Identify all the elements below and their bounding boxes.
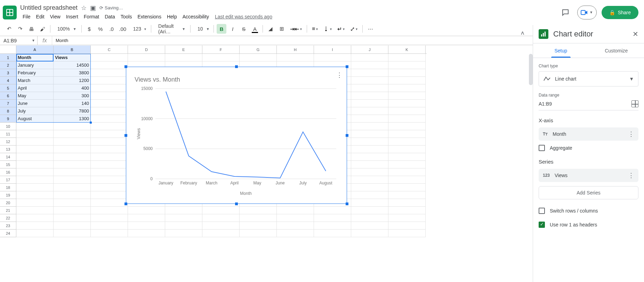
cell[interactable] (91, 146, 128, 153)
cell[interactable] (91, 161, 128, 168)
cell[interactable] (240, 214, 277, 222)
menu-help[interactable]: Help (164, 13, 179, 21)
font-size-dropdown[interactable]: 10▼ (193, 26, 211, 32)
cell[interactable] (388, 84, 426, 92)
cell[interactable] (388, 61, 426, 69)
row-header[interactable]: 4 (0, 77, 16, 84)
cell[interactable] (16, 146, 54, 153)
row-header[interactable]: 6 (0, 92, 16, 100)
cell[interactable] (277, 54, 314, 61)
cell[interactable] (54, 222, 91, 230)
row-header[interactable]: 7 (0, 100, 16, 107)
cell[interactable] (91, 107, 128, 115)
cell[interactable] (351, 191, 388, 199)
row-header[interactable]: 17 (0, 176, 16, 184)
undo-button[interactable]: ↶ (4, 24, 14, 34)
row-header[interactable]: 23 (0, 222, 16, 230)
cell[interactable] (91, 77, 128, 84)
cell[interactable]: January (16, 61, 54, 69)
cell[interactable] (388, 176, 426, 184)
cell[interactable] (54, 199, 91, 207)
cell[interactable] (388, 184, 426, 191)
cell[interactable]: June (16, 100, 54, 107)
cell[interactable] (351, 146, 388, 153)
row-header[interactable]: 12 (0, 138, 16, 146)
cell[interactable] (91, 61, 128, 69)
menu-view[interactable]: View (48, 13, 63, 21)
cell[interactable] (388, 138, 426, 146)
fill-color-button[interactable]: ◢ (266, 24, 275, 34)
cell[interactable] (16, 168, 54, 176)
doc-title[interactable]: Untitled spreadsheet (20, 4, 78, 11)
use-row1-checkbox[interactable] (539, 222, 545, 228)
cell[interactable] (388, 130, 426, 138)
cell[interactable] (277, 230, 314, 237)
cell[interactable]: 7800 (54, 107, 91, 115)
chart-type-select[interactable]: Line chart▼ (539, 71, 638, 86)
row-header[interactable]: 13 (0, 146, 16, 153)
print-button[interactable]: 🖶 (26, 24, 36, 34)
row-header[interactable]: 16 (0, 168, 16, 176)
cell[interactable] (128, 222, 165, 230)
cell[interactable] (351, 161, 388, 168)
cell[interactable] (202, 214, 240, 222)
cell[interactable] (165, 222, 202, 230)
cell[interactable] (388, 100, 426, 107)
comments-icon[interactable] (558, 6, 572, 19)
col-header[interactable]: I (314, 45, 351, 53)
cell[interactable]: Month (16, 54, 54, 61)
cell[interactable] (314, 207, 351, 214)
cell[interactable] (202, 222, 240, 230)
row-header[interactable]: 3 (0, 69, 16, 77)
row-header[interactable]: 10 (0, 123, 16, 130)
cell[interactable] (16, 184, 54, 191)
cell[interactable] (202, 207, 240, 214)
cell[interactable] (388, 214, 426, 222)
cell[interactable] (351, 92, 388, 100)
xaxis-chip[interactable]: Tᴛ Month ⋮ (539, 127, 638, 141)
cell[interactable] (16, 176, 54, 184)
cell[interactable] (16, 130, 54, 138)
cell[interactable] (351, 115, 388, 123)
menu-extensions[interactable]: Extensions (135, 13, 163, 21)
cell[interactable]: March (16, 77, 54, 84)
cell[interactable] (351, 230, 388, 237)
data-range-input[interactable]: A1:B9 (539, 101, 631, 107)
cell[interactable] (16, 123, 54, 130)
cell[interactable] (54, 214, 91, 222)
redo-button[interactable]: ↷ (15, 24, 25, 34)
cell[interactable] (165, 207, 202, 214)
col-header[interactable]: A (16, 45, 54, 53)
cell[interactable]: April (16, 84, 54, 92)
menu-edit[interactable]: Edit (34, 13, 47, 21)
col-header[interactable]: G (240, 45, 277, 53)
cell[interactable] (388, 161, 426, 168)
more-icon[interactable]: ⋮ (628, 130, 634, 138)
cell[interactable] (16, 214, 54, 222)
col-header[interactable]: J (351, 45, 388, 53)
move-icon[interactable]: ▣ (90, 4, 96, 12)
cell[interactable] (240, 222, 277, 230)
cell[interactable] (351, 54, 388, 61)
col-header[interactable]: D (128, 45, 165, 53)
menu-insert[interactable]: Insert (64, 13, 81, 21)
font-dropdown[interactable]: Default (Ari…▼ (154, 23, 187, 34)
cell[interactable] (54, 207, 91, 214)
toolbar-more-button[interactable]: ⋯ (365, 24, 375, 34)
cell[interactable] (388, 191, 426, 199)
col-header[interactable]: K (388, 45, 426, 53)
cell[interactable] (351, 168, 388, 176)
strikethrough-button[interactable]: S (239, 24, 249, 34)
cell[interactable]: 1300 (54, 115, 91, 123)
cell[interactable] (165, 214, 202, 222)
cell[interactable] (240, 207, 277, 214)
cell[interactable] (16, 138, 54, 146)
cell[interactable] (314, 54, 351, 61)
cell[interactable] (202, 54, 240, 61)
cell[interactable] (351, 176, 388, 184)
cell[interactable] (388, 77, 426, 84)
row-header[interactable]: 15 (0, 161, 16, 168)
cell[interactable] (91, 153, 128, 161)
cell[interactable] (91, 230, 128, 237)
wrap-button[interactable]: ↵▾ (335, 26, 347, 32)
